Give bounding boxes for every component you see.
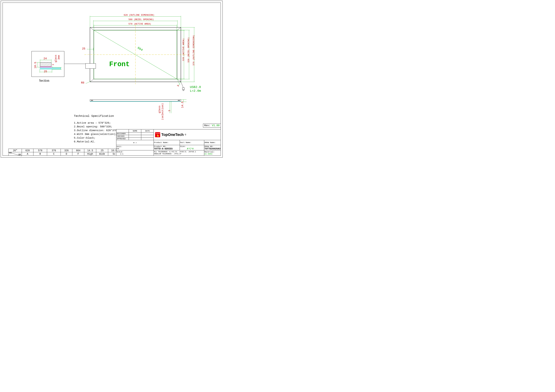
svg-rect-61: [90, 100, 181, 101]
hdr-Wide: Wide: [96, 152, 108, 156]
svg-rect-42: [40, 62, 51, 66]
cell-C: 376: [47, 149, 61, 152]
svg-marker-70: [92, 100, 93, 101]
part-name-lbl: Part Name:: [180, 140, 204, 145]
svg-line-38: [86, 81, 91, 84]
tolerance-1: ALL TOLERANCE: X.=±1.0; .X=±0.5; .XX=±0.…: [154, 151, 196, 153]
cell-size: 26": [8, 149, 22, 152]
hdr-High: High: [84, 152, 96, 156]
size-val: A*C*H: [180, 148, 193, 150]
section-h: 10.5: [34, 62, 37, 68]
material-lbl: Material:: [204, 151, 214, 153]
cell-it-mm: IT mm: [8, 152, 22, 156]
material-val: Al-6063: [204, 153, 212, 155]
dimension-table: 26" 628 578 376 326 664 14.5 25 16:9 IT …: [8, 149, 120, 156]
cell-A: 628: [22, 149, 33, 152]
tech-item-4: 4.With 3mm glass(selection);: [74, 133, 117, 136]
tech-item-1: 1.Active area : 578*326;: [74, 121, 111, 124]
table-row: 26" 628 578 376 326 664 14.5 25 16:9: [8, 149, 120, 152]
dim-bezel-w: 580 (BEZEL OPENING): [128, 18, 154, 21]
svg-line-7: [90, 28, 94, 30]
rev-label: Rev:: [204, 124, 210, 127]
hdr-C: C: [47, 152, 61, 156]
dim-bezel-width: 25: [82, 47, 85, 50]
dim-bezel-h: 328 (BEZEL OPENING): [187, 37, 190, 63]
unit-val: mm: [117, 148, 119, 150]
draw-no-val: TOTTD2602UA3: [204, 148, 220, 150]
dim-outline-h: 376 (OUTLINE DIMENSION): [192, 35, 195, 65]
drawing-sheet: 628 (OUTLINE DIMENSION) 580 (BEZEL OPENI…: [1, 1, 223, 157]
section-glass-t: 3mm: [58, 55, 60, 60]
row-approved: APPROVED: [116, 138, 129, 140]
draw-no-lbl: DRAW NO:: [204, 145, 213, 148]
tech-item-5: 5.Color:black;: [74, 136, 95, 139]
dim-active-h: 326 (ACTIVE AREA): [182, 38, 185, 61]
projection-symbol-cell: ⊕ ▱: [116, 140, 154, 145]
hdr-D: D: [61, 152, 72, 156]
hdr-name: NAME: [129, 129, 141, 133]
cell-D: 326: [61, 149, 72, 152]
draw-name-lbl: DRAW Name:: [204, 140, 221, 145]
tech-spec-title: Technical Specification: [74, 114, 114, 118]
logo-icon: Touch👆: [155, 132, 160, 137]
product-no-lbl: Product NO:: [154, 145, 166, 148]
corner-radius: R8: [81, 81, 84, 84]
row-checked: CHECKED: [116, 135, 129, 138]
cell-F: 664: [72, 149, 84, 152]
brand-reg: ®: [185, 134, 186, 136]
section-glass: glass: [54, 55, 57, 62]
tech-item-6: 6.Material:Al.: [74, 140, 95, 143]
scale-val: 1:1: [117, 153, 123, 155]
svg-rect-11: [86, 64, 96, 69]
section-wbot: 25: [44, 70, 47, 73]
row-designer: DESIGNER: [116, 133, 129, 135]
svg-line-15: [177, 79, 180, 85]
svg-line-10: [177, 79, 181, 82]
cell-High: 14.5: [84, 149, 96, 152]
table-row: IT mm A B C D F High Wide Sc: [8, 152, 120, 156]
section-wtop: 24: [44, 57, 47, 60]
usb-line1: USB2.0: [190, 86, 201, 89]
svg-line-8: [177, 28, 181, 30]
dim-outline-w: 628 (OUTLINE DIMENSION): [124, 14, 154, 16]
scale-lbl: SCALE:: [117, 151, 123, 153]
tolerance-2: ANGULAR TOLERANCE: .X=±1.0°: [154, 153, 182, 155]
svg-marker-71: [177, 100, 179, 101]
hdr-B: B: [33, 152, 47, 156]
cell-B: 578: [33, 149, 47, 152]
title-block-overlay: NAME DATE Touch👆 TopOneTech® DESIGNER CH…: [116, 129, 221, 156]
product-no-val: TOTTD-A-SERIES: [154, 148, 173, 150]
side-glass: glass: [158, 106, 161, 113]
section-title: Section: [39, 78, 49, 83]
hdr-A: A: [22, 152, 33, 156]
section-gap: 1: [52, 64, 54, 65]
rev-value: V1.00: [212, 124, 219, 127]
hdr-F: F: [72, 152, 84, 156]
side-glass-t: 3: [168, 110, 171, 112]
dim-active-w: 578 (ACTIVE AREA): [128, 23, 151, 25]
product-name-lbl: Product Name:: [154, 140, 180, 145]
size-lbl: Size:: [180, 145, 186, 148]
front-label: Front: [109, 61, 130, 68]
hdr-date: DATE: [141, 129, 154, 133]
tech-item-2: 2.Bezel opening: 580*328;: [74, 125, 112, 128]
cell-Wide: 25: [96, 149, 108, 152]
brand-text: TopOneTech: [161, 133, 183, 137]
svg-line-12: [181, 82, 183, 88]
side-selection: (selection): [161, 103, 164, 120]
unit-lbl: Unit:: [117, 146, 122, 148]
side-height: 14.5: [181, 101, 184, 108]
rev-box: Rev: V1.00: [203, 124, 221, 128]
svg-rect-14: [183, 90, 184, 91]
brand-area: Touch👆 TopOneTech®: [155, 132, 219, 137]
usb-line2: L=2.0m: [190, 89, 201, 93]
